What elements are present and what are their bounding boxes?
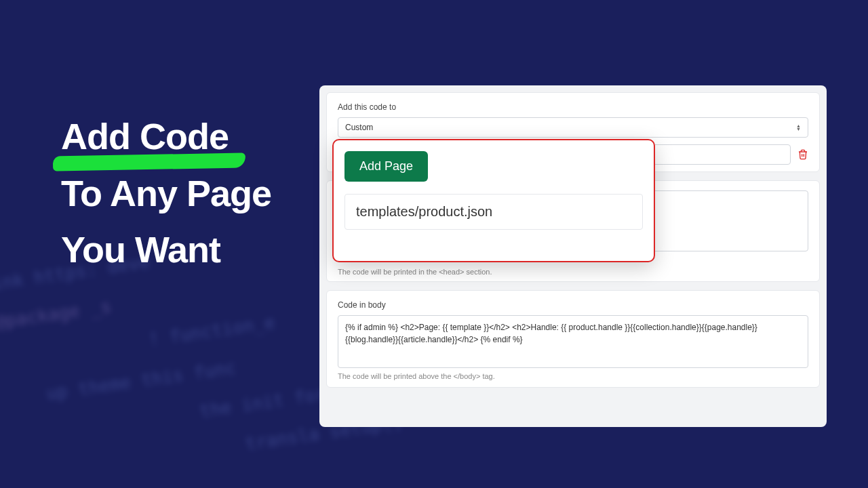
headline: Add Code To Any Page You Want <box>61 108 271 279</box>
add-page-popout: Add Page templates/product.json <box>332 139 655 262</box>
label-body-code: Code in body <box>338 300 808 310</box>
label-add-code-to: Add this code to <box>338 102 808 112</box>
section-body-code: Code in body {% if admin %} <h2>Page: {{… <box>326 290 820 388</box>
page-list-item[interactable]: templates/product.json <box>344 194 643 230</box>
headline-line2: To Any Page <box>61 165 271 222</box>
select-add-code-to[interactable]: Custom ▲▼ <box>338 117 808 138</box>
hint-body: The code will be printed above the </bod… <box>338 372 808 380</box>
hint-head: The code will be printed in the <head> s… <box>338 268 492 276</box>
select-value: Custom <box>345 123 373 132</box>
trash-icon[interactable] <box>797 149 808 160</box>
headline-line1: Add Code <box>61 116 229 157</box>
headline-line3: You Want <box>61 222 271 279</box>
body-code-textarea[interactable]: {% if admin %} <h2>Page: {{ template }}<… <box>338 315 808 368</box>
select-caret-icon: ▲▼ <box>796 124 801 131</box>
add-page-button[interactable]: Add Page <box>344 151 428 182</box>
